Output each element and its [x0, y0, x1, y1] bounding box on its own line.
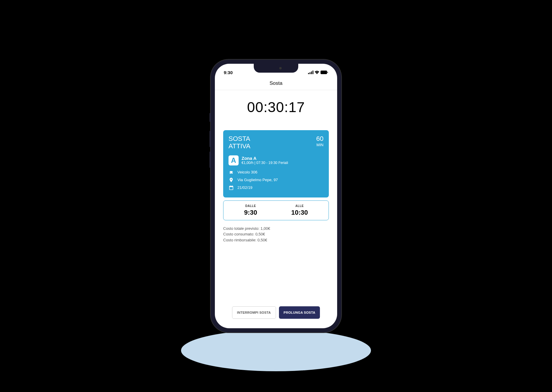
- cost-total: Costo totale previsto: 1,00€: [223, 226, 329, 232]
- time-to-label: ALLE: [291, 204, 308, 208]
- svg-rect-5: [327, 72, 328, 73]
- calendar-icon: [229, 185, 234, 190]
- action-buttons: INTERROMPI SOSTA PROLUNGA SOSTA: [215, 306, 337, 319]
- time-from-label: DALLE: [244, 204, 257, 208]
- svg-rect-0: [308, 73, 309, 74]
- phone-frame: 9:30 Sosta 00:30:17 SOSTA: [211, 60, 341, 332]
- time-range-box: DALLE 9:30 ALLE 10:30: [223, 200, 329, 220]
- time-from: DALLE 9:30: [244, 204, 257, 216]
- stop-parking-button[interactable]: INTERROMPI SOSTA: [232, 306, 276, 319]
- svg-rect-4: [321, 71, 327, 74]
- cost-refundable: Costo rimborsabile: 0,50€: [223, 237, 329, 243]
- status-indicators: [308, 70, 328, 75]
- wifi-icon: [315, 70, 319, 75]
- vehicle-row: Veicolo 306: [229, 170, 323, 175]
- zone-name: Zona A: [242, 156, 323, 161]
- zone-badge: A: [229, 155, 239, 165]
- countdown-timer: 00:30:17: [223, 99, 329, 115]
- main-content: 00:30:17 SOSTA ATTIVA 60 MIN A Zona A: [215, 90, 337, 249]
- date-text: 21/02/19: [237, 185, 253, 190]
- cost-summary: Costo totale previsto: 1,00€ Costo consu…: [223, 226, 329, 243]
- location-icon: [229, 177, 234, 183]
- battery-icon: [321, 70, 328, 75]
- parking-status: SOSTA ATTIVA: [229, 135, 250, 150]
- parking-info-card: SOSTA ATTIVA 60 MIN A Zona A €1,00/h | 0…: [223, 130, 329, 197]
- cost-consumed: Costo consumato: 0,50€: [223, 231, 329, 237]
- svg-rect-3: [313, 71, 313, 74]
- zone-detail: €1,00/h | 07:30 - 19:30 Feriali: [242, 161, 323, 165]
- page-title: Sosta: [269, 80, 282, 86]
- time-from-value: 9:30: [244, 209, 257, 216]
- parking-duration: 60 MIN: [316, 135, 323, 150]
- extend-parking-button[interactable]: PROLUNGA SOSTA: [279, 306, 320, 319]
- car-icon: [229, 170, 234, 175]
- location-text: Via Guglielmo Pepe, 97: [237, 178, 278, 182]
- time-to: ALLE 10:30: [291, 204, 308, 216]
- phone-side-buttons: [210, 113, 211, 172]
- svg-rect-1: [310, 72, 310, 74]
- page-header: Sosta: [215, 77, 337, 90]
- phone-screen: 9:30 Sosta 00:30:17 SOSTA: [215, 64, 337, 328]
- status-time: 9:30: [224, 70, 233, 75]
- zone-row: A Zona A €1,00/h | 07:30 - 19:30 Feriali: [229, 155, 323, 165]
- phone-shadow: [181, 330, 371, 371]
- phone-notch: [254, 64, 298, 73]
- time-to-value: 10:30: [291, 209, 308, 216]
- date-row: 21/02/19: [229, 185, 323, 190]
- location-row: Via Guglielmo Pepe, 97: [229, 177, 323, 183]
- signal-icon: [308, 70, 313, 75]
- vehicle-text: Veicolo 306: [237, 170, 257, 174]
- svg-rect-2: [311, 71, 312, 74]
